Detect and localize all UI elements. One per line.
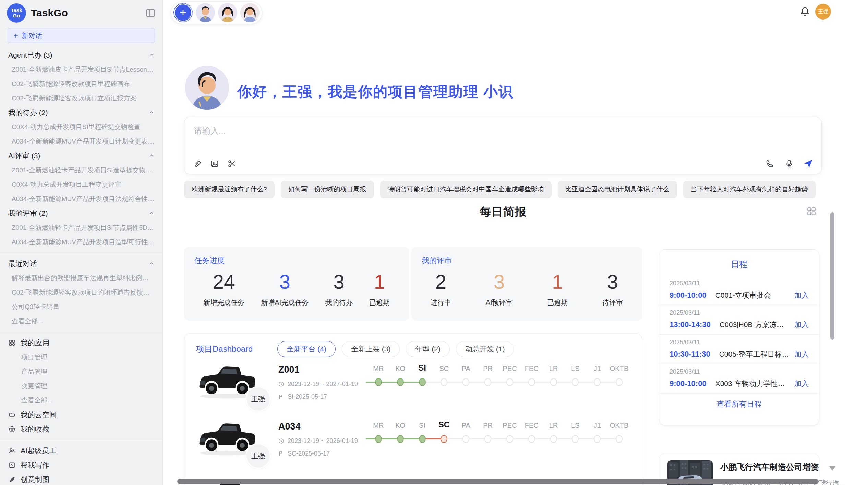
tab-new-body[interactable]: 全新上装 (3) [342, 341, 400, 357]
suggestion-chip[interactable]: 比亚迪全固态电池计划具体说了什么 [558, 181, 677, 198]
microphone-icon[interactable] [784, 159, 794, 169]
section-my-todo[interactable]: 我的待办 (2) [0, 105, 163, 120]
recent-chat-item[interactable]: 公司Q3轻卡销量 [0, 300, 163, 314]
sidebar-sections: Agent已办 (3) Z001-全新燃油皮卡产品开发项目SI节点Lesson … [0, 48, 163, 485]
join-button[interactable]: 加入 [794, 349, 809, 359]
scroll-right-arrow[interactable] [823, 479, 827, 484]
daily-briefing-title: 每日简报 [184, 204, 822, 220]
greeting-text: 你好，王强，我是你的项目管理助理 小识 [237, 82, 514, 101]
join-button[interactable]: 加入 [794, 290, 809, 300]
sidebar-item-help-write[interactable]: 帮我写作 [0, 458, 163, 472]
sidebar-item[interactable]: Z001-全新燃油轻卡产品开发项目SI造型提交物评审 [0, 163, 163, 177]
stat-my-todo: 3 我的待办 [325, 269, 353, 307]
view-all-apps[interactable]: 查看全部... [0, 393, 163, 408]
suggestion-chip[interactable]: 欧洲新规最近颁布了什么? [184, 181, 275, 198]
news-title: 小鹏飞行汽车制造公司增资 [720, 462, 845, 473]
my-apps-label: 我的应用 [21, 338, 49, 348]
send-icon[interactable] [804, 159, 813, 169]
app-screen: Task Go TaskGo + 新对话 Agent已办 (3) Z001-全新… [0, 0, 868, 485]
notification-bell-icon[interactable] [799, 6, 812, 18]
recent-chat-item[interactable]: 解释最新出台的欧盟报废车法规再生塑料比例被调至15%... [0, 271, 163, 285]
tab-model-year[interactable]: 年型 (2) [406, 341, 450, 357]
divider [0, 332, 163, 332]
schedule-item: 2025/03/11 9:00-10:00 X003-车辆动力学性能验... 加… [659, 364, 819, 393]
write-doc-icon [8, 461, 16, 469]
sidebar-item[interactable]: A034-全新新能源MUV产品开发项目造型可行性评审 [0, 235, 163, 249]
add-agent-button[interactable]: + [173, 3, 193, 22]
image-upload-icon[interactable] [210, 159, 219, 169]
milestone-oktb: OKTB [608, 363, 630, 387]
voice-call-icon[interactable] [765, 159, 775, 169]
sidebar-item[interactable]: Z001-全新燃油轻卡产品开发项目SI节点属性5D文件评审 [0, 221, 163, 235]
suggestion-chip[interactable]: 当下年轻人对汽车外观有怎样的喜好趋势 [683, 181, 816, 198]
project-code: A034 [278, 421, 367, 432]
suggestion-chips: 欧洲新规最近颁布了什么? 如何写一份清晰的项目周报 特朗普可能对进口汽车增税会对… [184, 181, 822, 198]
suggestion-chip[interactable]: 特朗普可能对进口汽车增税会对中国车企造成哪些影响 [380, 181, 552, 198]
user-avatar[interactable]: 王强 [815, 4, 831, 20]
attachment-icon[interactable] [193, 159, 202, 169]
tab-powertrain[interactable]: 动总开发 (1) [456, 341, 514, 357]
agent-avatar[interactable] [240, 3, 260, 22]
section-recent-chats[interactable]: 最近对话 [0, 257, 163, 271]
quill-pen-icon [8, 476, 16, 483]
vertical-scrollbar[interactable] [830, 212, 834, 340]
join-button[interactable]: 加入 [794, 379, 809, 388]
sidebar-item-project-mgmt[interactable]: 项目管理 [0, 350, 163, 364]
tab-new-platform[interactable]: 全新平台 (4) [277, 341, 336, 357]
project-flag: SI-2025-05-17 [288, 393, 327, 400]
dashboard-tabs: 全新平台 (4) 全新上装 (3) 年型 (2) 动总开发 (1) [277, 341, 514, 357]
milestone-j1: J1 [586, 420, 608, 444]
sidebar-item-product-mgmt[interactable]: 产品管理 [0, 364, 163, 379]
chat-input[interactable]: 请输入... [184, 117, 822, 174]
sidebar-item[interactable]: C0X4-动力总成开发项目工程变更评审 [0, 177, 163, 192]
sidebar-item[interactable]: A034-全新新能源MUV产品开发项目法规符合性评审 [0, 192, 163, 206]
schedule-item: 2025/03/11 10:30-11:30 C005-整车工程目标评审 加入 [659, 335, 819, 364]
scroll-down-arrow[interactable] [829, 466, 835, 471]
view-all-chats[interactable]: 查看全部... [0, 314, 163, 328]
sidebar-item[interactable]: C0X4-动力总成开发项目SI里程碑提交物检查 [0, 120, 163, 134]
cloud-space-label: 我的云空间 [21, 410, 57, 420]
chevron-up-icon [148, 261, 155, 267]
horizontal-scrollbar[interactable] [177, 479, 819, 484]
milestone-oktb: OKTB [608, 420, 630, 444]
sidebar-item[interactable]: A034-全新新能源MUV产品开发项目计划变更表编写 [0, 134, 163, 149]
view-all-schedule-link[interactable]: 查看所有日程 [659, 399, 819, 409]
stat-overdue: 1 已逾期 [369, 269, 390, 307]
apps-grid-icon [8, 339, 16, 347]
project-row[interactable]: 王强 A034 2023-12-19 ~ 2026-01-19 SC-2025-… [196, 419, 630, 471]
input-placeholder: 请输入... [194, 125, 226, 136]
section-ai-review[interactable]: AI评审 (3) [0, 149, 163, 163]
agent-avatar[interactable] [196, 3, 215, 22]
divider [0, 440, 163, 440]
section-my-review[interactable]: 我的评审 (2) [0, 206, 163, 221]
project-owner-badge: 王强 [245, 443, 271, 469]
project-row[interactable]: 王强 Z001 2023-12-19 ~ 2027-01-19 SI-2025-… [196, 362, 630, 414]
project-owner-badge: 王强 [245, 386, 271, 412]
sidebar-item-my-apps[interactable]: 我的应用 [0, 336, 163, 350]
sidebar-item-ai-staff[interactable]: AI超级员工 [0, 444, 163, 458]
sidebar-item-creative-draw[interactable]: 创意制图 [0, 472, 163, 485]
agent-avatar[interactable] [218, 3, 237, 22]
scissors-icon[interactable] [227, 159, 237, 169]
milestone-pec: PEC [499, 420, 521, 444]
new-chat-button[interactable]: + 新对话 [8, 28, 155, 43]
plus-icon: + [13, 32, 18, 40]
suggestion-chip[interactable]: 如何写一份清晰的项目周报 [281, 181, 374, 198]
section-agent-done[interactable]: Agent已办 (3) [0, 48, 163, 62]
milestone-pec: PEC [499, 363, 521, 387]
sidebar-item[interactable]: C02-飞腾新能源轻客改款项目里程碑画布 [0, 77, 163, 91]
sidebar-item-cloud-space[interactable]: 我的云空间 [0, 408, 163, 422]
sidebar-item[interactable]: C02-飞腾新能源轻客改款项目立项汇报方案 [0, 91, 163, 105]
schedule-item: 2025/03/11 9:00-10:00 C001-立项审批会 加入 [659, 276, 819, 305]
recent-chat-item[interactable]: C02-飞腾新能源轻客改款项目的闭环通告反馈情况 [0, 285, 163, 300]
sidebar-item-change-mgmt[interactable]: 变更管理 [0, 379, 163, 393]
schedule-time: 9:00-10:00 [670, 379, 707, 388]
divider [659, 393, 819, 394]
sidebar-item-favorites[interactable]: 我的收藏 [0, 422, 163, 436]
schedule-time: 13:00-14:30 [670, 320, 711, 329]
chevron-up-icon [148, 110, 155, 116]
sidebar-collapse-icon[interactable] [145, 8, 156, 18]
sidebar-item[interactable]: Z001-全新燃油皮卡产品开发项目SI节点Lesson Learn报告 [0, 62, 163, 77]
layout-grid-icon[interactable] [806, 206, 817, 217]
join-button[interactable]: 加入 [794, 320, 809, 329]
